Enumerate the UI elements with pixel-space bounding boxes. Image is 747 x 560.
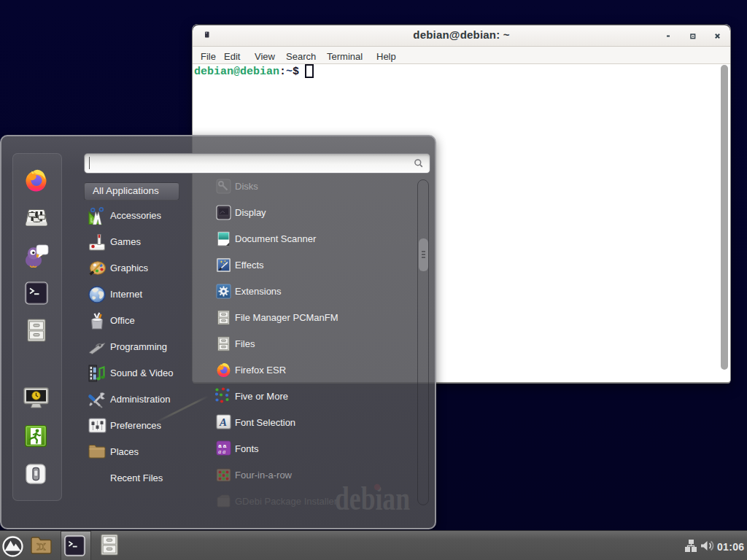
svg-text:a a: a a	[218, 448, 225, 455]
svg-text:A: A	[219, 416, 227, 428]
